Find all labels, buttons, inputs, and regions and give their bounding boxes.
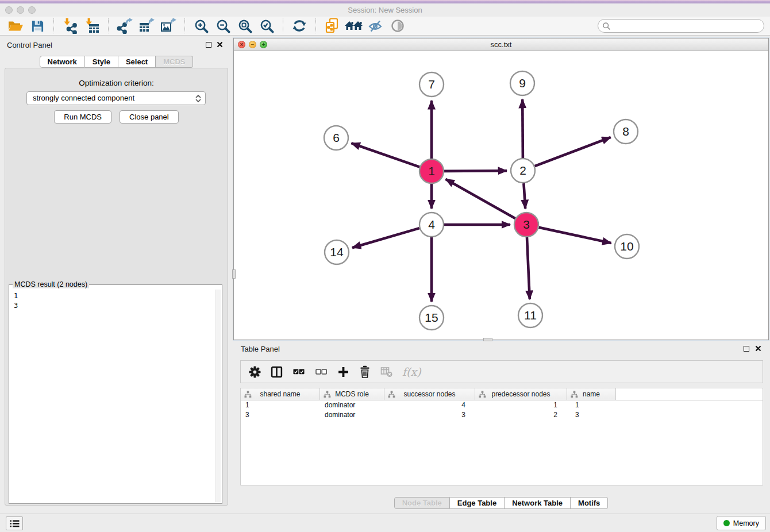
mcds-result-text[interactable]: 1 3 <box>10 290 215 502</box>
edge-2-8[interactable] <box>535 137 611 166</box>
tab-network-table[interactable]: Network Table <box>505 497 571 509</box>
network-view-window: × − + scc.txt 1234678910111415 <box>233 38 769 340</box>
tab-select[interactable]: Select <box>118 56 156 68</box>
tab-node-table[interactable]: Node Table <box>394 497 450 509</box>
node-table[interactable]: shared nameMCDS rolesuccessor nodesprede… <box>240 388 763 485</box>
float-table-panel-icon[interactable] <box>744 346 749 352</box>
node-14[interactable]: 14 <box>325 240 349 264</box>
import-table-button[interactable] <box>81 17 103 34</box>
column-header-name[interactable]: name <box>567 388 616 400</box>
task-list-icon <box>10 519 20 528</box>
table-row[interactable]: 3dominator323 <box>241 410 763 420</box>
edge-1-2[interactable] <box>444 171 507 171</box>
close-panel-icon[interactable] <box>217 41 223 48</box>
table-cell: dominator <box>320 400 384 410</box>
table-cell: 1 <box>567 400 616 410</box>
node-10[interactable]: 10 <box>615 234 639 259</box>
delete-table-icon <box>380 366 392 377</box>
search-box <box>598 19 764 33</box>
duplicate-network-button[interactable] <box>321 17 343 34</box>
optimization-criterion-select[interactable]: strongly connected component <box>26 91 206 105</box>
column-tree-icon <box>244 391 252 398</box>
edge-4-14[interactable] <box>352 228 419 248</box>
node-8[interactable]: 8 <box>614 119 638 144</box>
edge-3-1[interactable] <box>445 179 515 219</box>
hide-view-button[interactable] <box>365 17 387 34</box>
export-image-button[interactable] <box>157 17 179 34</box>
tab-mcds[interactable]: MCDS <box>156 56 193 68</box>
table-settings-gear-icon[interactable] <box>249 366 261 378</box>
import-network-button[interactable] <box>59 17 81 34</box>
export-network-button[interactable] <box>114 17 136 34</box>
add-column-icon[interactable] <box>337 366 349 378</box>
table-toolbar: f(x) <box>240 360 763 383</box>
node-7[interactable]: 7 <box>419 72 444 97</box>
svg-text:11: 11 <box>524 309 537 322</box>
edge-2-3[interactable] <box>523 183 525 209</box>
run-mcds-button[interactable]: Run MCDS <box>54 110 111 124</box>
zoom-window-button[interactable] <box>28 6 36 14</box>
window-title: Session: New Session <box>0 3 770 17</box>
show-columns-icon[interactable] <box>271 366 283 378</box>
tab-style[interactable]: Style <box>85 56 118 68</box>
open-session-button[interactable] <box>5 17 26 34</box>
close-network-button[interactable]: × <box>238 41 245 48</box>
svg-text:9: 9 <box>519 76 526 90</box>
birdseye-view-button[interactable] <box>387 17 409 34</box>
node-9[interactable]: 9 <box>510 71 534 95</box>
result-scrollbar[interactable] <box>215 290 221 502</box>
home-view-button[interactable] <box>343 17 365 34</box>
column-header-successor-nodes[interactable]: successor nodes <box>384 388 475 400</box>
node-4[interactable]: 4 <box>419 213 444 237</box>
memory-button[interactable]: Memory <box>717 516 766 530</box>
edge-3-10[interactable] <box>539 228 611 243</box>
delete-column-trash-icon[interactable] <box>359 365 371 378</box>
network-canvas-svg[interactable]: 1234678910111415 <box>234 51 768 340</box>
node-11[interactable]: 11 <box>518 303 542 327</box>
node-2[interactable]: 2 <box>511 159 535 183</box>
column-header-shared-name[interactable]: shared name <box>241 388 320 400</box>
export-table-button[interactable] <box>136 17 157 34</box>
table-cell: 1 <box>241 400 320 410</box>
zoom-selected-button[interactable] <box>256 17 278 34</box>
zoom-in-button[interactable] <box>190 17 212 34</box>
eye-slash-icon <box>368 18 383 33</box>
zoom-out-button[interactable] <box>212 17 234 34</box>
edge-3-11[interactable] <box>527 237 530 299</box>
import-table-icon <box>84 18 100 34</box>
node-3[interactable]: 3 <box>514 213 538 237</box>
tab-edge-table[interactable]: Edge Table <box>450 497 505 509</box>
maximize-network-button[interactable]: + <box>260 41 267 48</box>
float-panel-icon[interactable] <box>206 42 211 48</box>
save-session-button[interactable] <box>26 17 48 34</box>
close-table-panel-icon[interactable] <box>755 345 761 352</box>
table-panel-tabs: Node TableEdge TableNetwork TableMotifs <box>233 497 769 509</box>
splitter-grip-left[interactable] <box>232 269 236 279</box>
table-row[interactable]: 1dominator411 <box>241 400 763 410</box>
select-all-icon[interactable] <box>292 366 305 377</box>
deselect-all-icon[interactable] <box>315 366 328 377</box>
dropdown-stepper-icon <box>194 94 202 103</box>
close-panel-button[interactable]: Close panel <box>120 110 179 124</box>
network-window-titlebar[interactable]: × − + scc.txt <box>234 38 768 51</box>
edge-1-6[interactable] <box>351 143 419 167</box>
minimize-window-button[interactable] <box>17 6 24 14</box>
zoom-fit-button[interactable] <box>234 17 256 34</box>
task-history-button[interactable] <box>6 516 23 530</box>
node-15[interactable]: 15 <box>419 306 444 330</box>
minimize-network-button[interactable]: − <box>249 41 256 48</box>
column-tree-icon <box>324 391 331 398</box>
node-1[interactable]: 1 <box>419 159 444 183</box>
mcds-panel: Optimization criterion: strongly connect… <box>5 68 228 506</box>
column-tree-icon <box>571 391 578 398</box>
column-header-MCDS-role[interactable]: MCDS role <box>320 388 384 400</box>
close-window-button[interactable] <box>5 6 13 14</box>
splitter-grip-bottom[interactable] <box>483 338 492 341</box>
tab-motifs[interactable]: Motifs <box>571 497 608 509</box>
tab-network[interactable]: Network <box>40 56 85 68</box>
search-input[interactable] <box>598 19 764 33</box>
edge-2-9[interactable] <box>522 99 523 158</box>
node-6[interactable]: 6 <box>324 126 348 150</box>
column-header-predecessor-nodes[interactable]: predecessor nodes <box>475 388 567 400</box>
refresh-layout-button[interactable] <box>288 17 310 34</box>
